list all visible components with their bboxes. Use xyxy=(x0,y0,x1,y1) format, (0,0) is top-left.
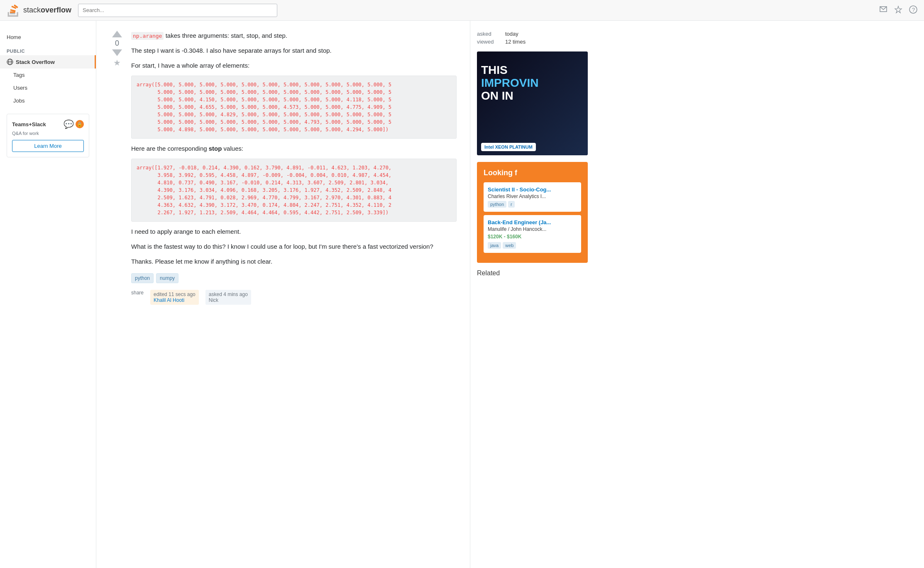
question-area: 0 ★ np.arange takes three arguments: sta… xyxy=(110,31,457,305)
job1-company: Charles River Analytics I... xyxy=(488,193,577,199)
teams-slack-icons: 💬 🔒 xyxy=(64,119,84,129)
sidebar-item-stackoverflow[interactable]: Stack Overflow xyxy=(0,55,96,69)
question-body: np.arange takes three arguments: start, … xyxy=(131,31,457,305)
post-footer: share edited 11 secs ago Khalil Al Hooti… xyxy=(131,290,457,305)
lock-icon: 🔒 xyxy=(76,120,84,128)
sidebar-item-users[interactable]: Users xyxy=(0,81,96,94)
header: stackoverflow ? xyxy=(0,0,924,21)
question-para7: Thanks. Please let me know if anything i… xyxy=(131,257,457,267)
sidebar: Home PUBLIC Stack Overflow Tags Users Jo… xyxy=(0,21,96,568)
sidebar-section-public: PUBLIC xyxy=(0,44,96,55)
job2-tag-java[interactable]: java xyxy=(488,242,501,249)
right-sidebar: asked today viewed 12 times THIS IMPROVI… xyxy=(470,21,594,568)
related-title: Related xyxy=(477,269,588,277)
code-block-stop: array([1.927, -0.018, 0.214, 4.390, 0.16… xyxy=(131,159,457,222)
share-button[interactable]: share xyxy=(131,290,144,296)
question-para1: np.arange takes three arguments: start, … xyxy=(131,31,457,41)
main-content: 0 ★ np.arange takes three arguments: sta… xyxy=(96,21,470,568)
inline-code-nparange: np.arange xyxy=(131,32,164,40)
vote-column: 0 ★ xyxy=(110,31,125,305)
teams-slack-subtitle: Q&A for work xyxy=(12,131,84,136)
tag-python[interactable]: python xyxy=(131,273,154,283)
asked-value: today xyxy=(505,31,518,37)
jobs-banner-title: Looking f xyxy=(484,169,581,177)
learn-more-button[interactable]: Learn More xyxy=(12,140,84,152)
ad-banner-intel[interactable]: THIS IMPROVIN ON IN Intel XEON PLATINUM xyxy=(477,51,588,155)
viewed-value: 12 times xyxy=(505,39,526,45)
editor-link[interactable]: Khalil Al Hooti xyxy=(154,297,184,303)
sidebar-item-tags[interactable]: Tags xyxy=(0,69,96,81)
vote-down-button[interactable] xyxy=(112,49,122,56)
globe-icon xyxy=(7,59,13,65)
job2-title[interactable]: Back-End Engineer (Ja... xyxy=(488,219,577,225)
asked-info: asked 4 mins ago Nick xyxy=(205,290,251,305)
teams-slack-title: Teams+Slack xyxy=(12,121,46,127)
chat-icon: 💬 xyxy=(64,119,74,129)
question-para6: What is the fastest way to do this? I kn… xyxy=(131,242,457,252)
help-icon[interactable]: ? xyxy=(909,5,917,15)
asked-section: asked today viewed 12 times xyxy=(477,31,588,45)
question-para3: For start, I have a whole array of eleme… xyxy=(131,61,457,71)
sidebar-item-home[interactable]: Home xyxy=(0,31,96,44)
tag-numpy[interactable]: numpy xyxy=(156,273,178,283)
logo-text: stackoverflow xyxy=(23,6,71,15)
logo-link[interactable]: stackoverflow xyxy=(7,4,71,17)
layout: Home PUBLIC Stack Overflow Tags Users Jo… xyxy=(0,21,924,568)
sidebar-item-jobs[interactable]: Jobs xyxy=(0,94,96,107)
header-right: ? xyxy=(879,5,917,15)
question-para5: I need to apply arange to each element. xyxy=(131,227,457,237)
ad-banner-jobs: Looking f Scientist II - Socio-Cog... Ch… xyxy=(477,162,588,263)
intel-badge: Intel XEON PLATINUM xyxy=(481,143,536,151)
job1-tags: python r xyxy=(488,201,577,208)
ad-banner-text: THIS IMPROVIN ON IN xyxy=(481,64,538,102)
teams-slack-box: Teams+Slack 💬 🔒 Q&A for work Learn More xyxy=(7,114,89,157)
tags-area: python numpy xyxy=(131,273,457,283)
question-para2: The step I want is -0.3048. I also have … xyxy=(131,46,457,56)
job1-tag-python[interactable]: python xyxy=(488,201,506,208)
job-item-2[interactable]: Back-End Engineer (Ja... Manulife / John… xyxy=(484,215,581,253)
achievements-icon[interactable] xyxy=(894,5,902,15)
inbox-icon[interactable] xyxy=(879,5,887,15)
job1-tag-r[interactable]: r xyxy=(508,201,515,208)
logo-icon xyxy=(7,4,20,17)
edit-info: edited 11 secs ago Khalil Al Hooti xyxy=(150,290,199,305)
asked-label: asked xyxy=(477,31,502,37)
svg-text:?: ? xyxy=(912,7,915,13)
viewed-label: viewed xyxy=(477,39,502,45)
code-block-start: array([5.000, 5.000, 5.000, 5.000, 5.000… xyxy=(131,76,457,139)
vote-up-button[interactable] xyxy=(112,31,122,37)
job2-company: Manulife / John Hancock... xyxy=(488,226,577,232)
job2-tags: java web xyxy=(488,242,577,249)
question-para4: Here are the corresponding stop values: xyxy=(131,144,457,154)
vote-count: 0 xyxy=(115,39,119,48)
bookmark-button[interactable]: ★ xyxy=(113,58,121,68)
job-item-1[interactable]: Scientist II - Socio-Cog... Charles Rive… xyxy=(484,182,581,212)
job2-tag-web[interactable]: web xyxy=(503,242,516,249)
asker-name: Nick xyxy=(209,297,218,303)
job1-title[interactable]: Scientist II - Socio-Cog... xyxy=(488,186,577,193)
search-input[interactable] xyxy=(78,4,277,17)
job2-salary: $120K - $160K xyxy=(488,234,577,240)
